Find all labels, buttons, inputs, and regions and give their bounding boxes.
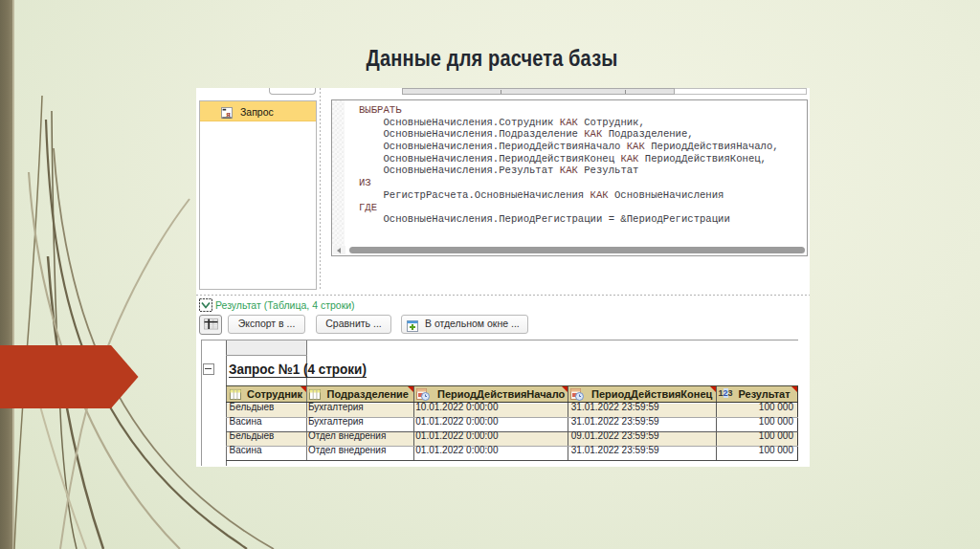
svg-text:я: я xyxy=(226,108,231,118)
